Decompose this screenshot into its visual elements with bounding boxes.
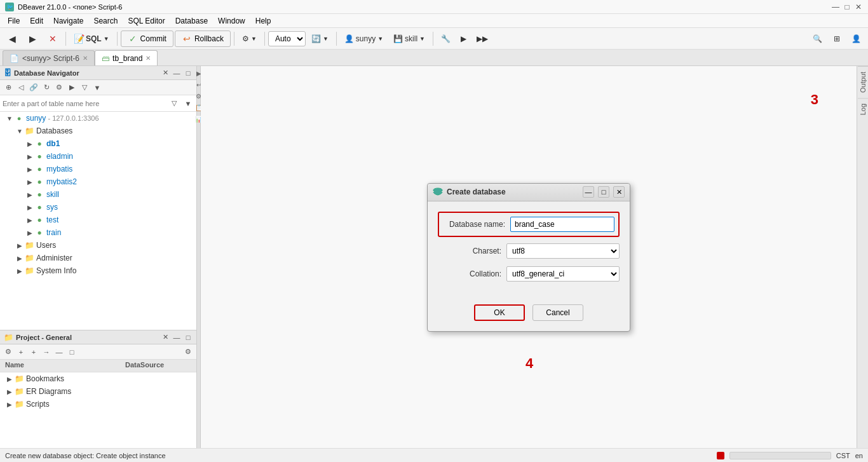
nav-refresh-btn[interactable]: ↻ <box>41 82 52 93</box>
tree-sys[interactable]: ▶ ● sys <box>0 201 196 214</box>
ok-button[interactable]: OK <box>474 304 525 321</box>
tree-administer[interactable]: ▶ 📁 Administer <box>0 252 196 264</box>
forward-button[interactable]: ▶ <box>23 31 42 47</box>
rollback-label: Rollback <box>194 34 224 43</box>
tree-mybatis[interactable]: ▶ ● mybatis <box>0 163 196 175</box>
sql-button[interactable]: 📝 SQL ▼ <box>69 31 114 47</box>
nav-filter-dropdown-btn[interactable]: ▼ <box>92 82 103 93</box>
stop-button[interactable]: ✕ <box>43 31 62 47</box>
search-filter-dropdown-btn[interactable]: ▼ <box>182 98 194 109</box>
tree-db1[interactable]: ▶ ● db1 <box>0 137 196 150</box>
separator-3 <box>234 32 234 46</box>
tree-train-arrow: ▶ <box>25 229 34 236</box>
tree-train[interactable]: ▶ ● train <box>0 226 196 239</box>
tab-script6-close[interactable]: ✕ <box>83 55 88 62</box>
tools-button[interactable]: 🔧 <box>437 31 455 47</box>
project-minimize2-btn[interactable]: — <box>53 346 65 358</box>
search-toolbar-button[interactable]: 🔍 <box>808 31 827 47</box>
tree-users[interactable]: ▶ 📁 Users <box>0 239 196 252</box>
commit-label: Commit <box>140 34 166 43</box>
connection-button[interactable]: 👤 sunyy ▼ <box>340 31 388 47</box>
project-toolbar: ⚙ + + → — □ ⚙ <box>0 344 196 360</box>
tree-skill[interactable]: ▶ ● skill <box>0 188 196 201</box>
menu-database[interactable]: Database <box>170 15 213 27</box>
project-settings-btn[interactable]: ⚙ <box>3 346 14 358</box>
table-search-input[interactable] <box>3 100 166 107</box>
project-add-btn[interactable]: + <box>15 346 27 358</box>
project-er-diagrams[interactable]: ▶ 📁 ER Diagrams <box>0 385 196 398</box>
dialog-minimize-btn[interactable]: — <box>583 186 594 198</box>
transaction-btn[interactable]: 🔄 ▼ <box>307 31 333 47</box>
close-button[interactable]: ✕ <box>854 3 863 11</box>
tree-db1-arrow: ▶ <box>25 140 34 147</box>
tree-test[interactable]: ▶ ● test <box>0 214 196 226</box>
tree-root-label: sunyy <box>26 114 46 123</box>
separator-2 <box>117 32 118 46</box>
scripts-arrow: ▶ <box>5 401 14 408</box>
navigator-maximize-btn[interactable]: □ <box>184 69 193 78</box>
run-button[interactable]: ▶ <box>456 31 471 47</box>
tree-mybatis2[interactable]: ▶ ● mybatis2 <box>0 175 196 188</box>
search-clear-btn[interactable]: ▽ <box>168 98 180 109</box>
navigator-pin-btn[interactable]: ✕ <box>161 69 170 78</box>
tree-root[interactable]: ▼ ● sunyy - 127.0.0.1:3306 <box>0 112 196 125</box>
tree-databases-folder[interactable]: ▼ 📁 Databases <box>0 125 196 137</box>
maximize-button[interactable]: □ <box>843 3 851 11</box>
project-minimize-btn[interactable]: — <box>172 333 181 342</box>
system-info-folder-icon: 📁 <box>24 266 34 276</box>
run-all-button[interactable]: ▶▶ <box>472 31 492 47</box>
nav-settings-btn[interactable]: ⚙ <box>53 82 65 93</box>
project-close-btn[interactable]: ✕ <box>161 333 170 342</box>
output-tab[interactable]: Output <box>858 66 868 98</box>
project-maximize-btn[interactable]: □ <box>184 333 193 342</box>
menu-navigate[interactable]: Navigate <box>48 15 88 27</box>
project-scripts[interactable]: ▶ 📁 Scripts <box>0 398 196 411</box>
log-tab[interactable]: Log <box>858 98 868 120</box>
project-bookmarks[interactable]: ▶ 📁 Bookmarks <box>0 372 196 385</box>
grid-button[interactable]: ⊞ <box>829 31 844 47</box>
rollback-button[interactable]: ↩ Rollback <box>175 31 231 47</box>
dialog-overlay: 3 Create database — □ <box>201 66 857 448</box>
bookmarks-arrow: ▶ <box>5 376 14 383</box>
menu-file[interactable]: File <box>3 15 25 27</box>
project-link-btn[interactable]: → <box>41 346 52 358</box>
project-extra-btn[interactable]: ⚙ <box>182 346 194 358</box>
nav-link-btn[interactable]: 🔗 <box>28 82 39 93</box>
tree-mybatis2-arrow: ▶ <box>25 179 34 186</box>
cancel-button[interactable]: Cancel <box>532 304 583 321</box>
db-name-row: Database name: <box>443 217 614 232</box>
database-button[interactable]: 💾 skill ▼ <box>389 31 430 47</box>
collation-select[interactable]: utf8_general_ci utf8_unicode_ci utf8_bin <box>506 266 620 282</box>
dialog-close-btn[interactable]: ✕ <box>613 186 625 198</box>
project-maximize2-btn[interactable]: □ <box>66 346 78 358</box>
filter-button[interactable]: ⚙ ▼ <box>238 31 261 47</box>
navigator-minimize-btn[interactable]: — <box>172 69 181 78</box>
toolbar-right: 🔍 ⊞ 👤 <box>808 31 865 47</box>
menu-sql-editor[interactable]: SQL Editor <box>123 15 170 27</box>
back-button[interactable]: ◀ <box>3 31 22 47</box>
tree-system-info[interactable]: ▶ 📁 System Info <box>0 264 196 277</box>
tree-eladmin[interactable]: ▶ ● eladmin <box>0 150 196 163</box>
tab-tb-brand[interactable]: 🗃 tb_brand ✕ <box>95 50 158 65</box>
project-add2-btn[interactable]: + <box>28 346 39 358</box>
user-button[interactable]: 👤 <box>847 31 865 47</box>
dialog-maximize-btn[interactable]: □ <box>598 186 609 198</box>
menu-search[interactable]: Search <box>88 15 123 27</box>
nav-new-btn[interactable]: ⊕ <box>3 82 14 93</box>
db-name-input[interactable] <box>510 217 614 232</box>
menu-help[interactable]: Help <box>250 15 276 27</box>
auto-commit-dropdown[interactable]: Auto <box>268 31 306 46</box>
tab-script6[interactable]: 📄 <sunyy> Script-6 ✕ <box>3 50 95 65</box>
tab-tb-brand-close[interactable]: ✕ <box>146 55 151 62</box>
menu-edit[interactable]: Edit <box>25 15 48 27</box>
charset-select[interactable]: utf8 utf8mb4 latin1 ascii <box>506 243 620 259</box>
vertical-side-tabs: Output Log <box>857 66 868 448</box>
commit-button[interactable]: ✓ Commit <box>121 31 173 47</box>
nav-filter-btn[interactable]: ▽ <box>79 82 90 93</box>
minimize-button[interactable]: — <box>831 3 840 11</box>
train-icon: ● <box>34 228 44 238</box>
nav-collapse-btn[interactable]: ◁ <box>15 82 27 93</box>
title-bar-controls[interactable]: — □ ✕ <box>831 3 863 11</box>
menu-window[interactable]: Window <box>213 15 250 27</box>
nav-right-btn[interactable]: ▶ <box>66 82 78 93</box>
